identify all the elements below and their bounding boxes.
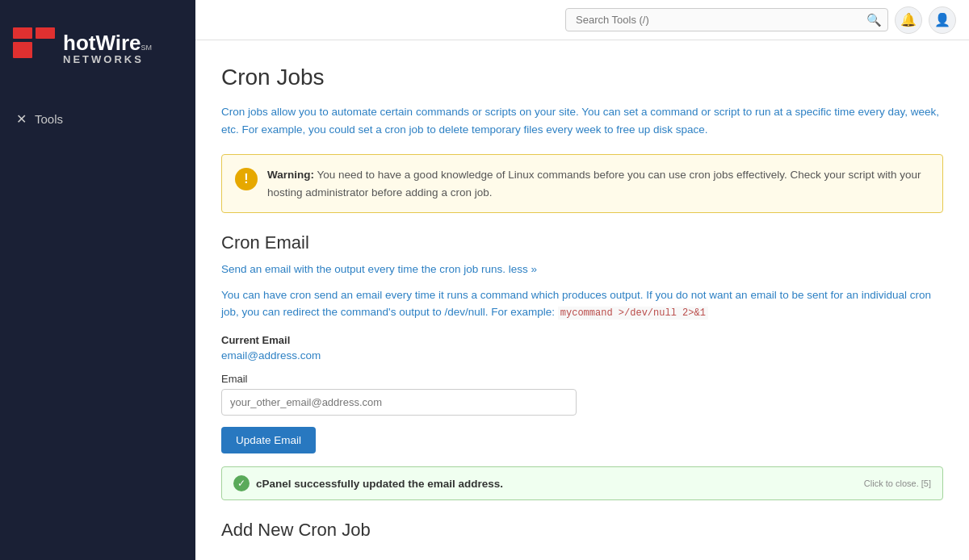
logo-hotwire-line: hotWireSM	[63, 31, 152, 55]
notification-button[interactable]: 🔔	[895, 6, 922, 34]
page-title: Cron Jobs	[221, 65, 943, 90]
success-check-icon: ✓	[233, 475, 250, 491]
page-description: Cron jobs allow you to automate certain …	[221, 103, 943, 138]
user-icon: 👤	[934, 12, 950, 27]
cron-email-desc2: You can have cron send an email every ti…	[221, 286, 943, 322]
warning-text: Warning: You need to have a good knowled…	[267, 166, 929, 201]
search-wrap: 🔍	[565, 8, 888, 31]
update-email-button[interactable]: Update Email	[221, 427, 316, 453]
topbar: 🔍 🔔 👤	[195, 0, 969, 40]
success-box: ✓ cPanel successfully updated the email …	[221, 466, 943, 500]
bell-icon: 🔔	[900, 12, 917, 27]
warning-icon: !	[235, 168, 258, 190]
search-input[interactable]	[565, 8, 888, 31]
logo-text: hotWireSM NETWORKS	[63, 31, 152, 66]
click-to-close[interactable]: Click to close. [5]	[864, 479, 931, 488]
logo-area: hotWireSM NETWORKS	[0, 0, 195, 97]
logo-wire: Wire	[95, 31, 141, 55]
add-cron-title: Add New Cron Job	[221, 520, 943, 541]
cron-email-title: Cron Email	[221, 232, 943, 253]
logo-squares	[13, 27, 55, 69]
sidebar-nav: ✕ Tools	[0, 97, 195, 141]
tools-icon: ✕	[16, 111, 27, 127]
logo-hot: hot	[63, 31, 95, 55]
sidebar-item-tools[interactable]: ✕ Tools	[0, 103, 195, 135]
logo-sq-1	[13, 27, 32, 39]
current-email-label: Current Email	[221, 334, 943, 346]
logo-sq-3	[13, 42, 32, 58]
content: Cron Jobs Cron jobs allow you to automat…	[195, 40, 969, 560]
sidebar: hotWireSM NETWORKS ✕ Tools	[0, 0, 195, 560]
logo-sm: SM	[141, 44, 153, 52]
success-message: cPanel successfully updated the email ad…	[256, 478, 503, 490]
warning-box: ! Warning: You need to have a good knowl…	[221, 154, 943, 213]
main-area: 🔍 🔔 👤 Cron Jobs Cron jobs allow you to a…	[195, 0, 969, 560]
current-email-value: email@address.com	[221, 349, 943, 361]
logo-sq-2	[36, 27, 55, 39]
logo-networks: NETWORKS	[63, 54, 152, 65]
warning-bold: Warning:	[267, 169, 314, 181]
success-left: ✓ cPanel successfully updated the email …	[233, 475, 503, 491]
warning-body: You need to have a good knowledge of Lin…	[267, 169, 921, 199]
user-button[interactable]: 👤	[929, 6, 956, 34]
sidebar-item-label: Tools	[35, 112, 63, 126]
code-example: mycommand >/dev/null 2>&1	[558, 307, 708, 320]
email-input[interactable]	[221, 389, 577, 416]
email-label: Email	[221, 373, 943, 385]
search-button[interactable]: 🔍	[866, 13, 882, 27]
cron-email-desc1[interactable]: Send an email with the output every time…	[221, 261, 943, 278]
